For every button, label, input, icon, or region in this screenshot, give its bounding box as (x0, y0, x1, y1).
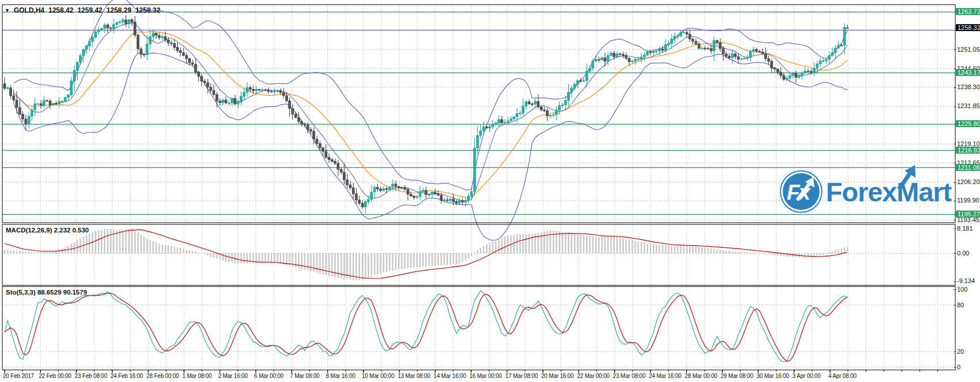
macd-axis-label: 0.00 (957, 250, 969, 257)
time-tick-label: 10 Mar 00:00 (362, 373, 395, 379)
level-price-label: 1225.80 (956, 120, 980, 127)
time-tick-label: 7 Mar 08:00 (290, 373, 319, 379)
time-tick-label: 30 Mar 16:00 (756, 373, 789, 379)
level-price-label: 1195.27 (956, 211, 980, 217)
time-tick-label: 24 Mar 16:00 (649, 373, 682, 379)
price-tick-label: 1231.85 (957, 102, 980, 109)
time-tick-label: 1 Mar 08:00 (182, 373, 212, 379)
axis-tick (954, 220, 956, 220)
axis-tick (954, 367, 956, 368)
time-tick-label: 23 Feb 08:00 (75, 373, 108, 379)
axis-tick (954, 253, 956, 254)
current-price-label: 1258.32 (956, 24, 980, 31)
level-price-label: 1263.73 (956, 8, 980, 15)
macd-indicator-label: MACD(12,26,9) 2.232 0.530 (6, 227, 89, 234)
time-tick-label: 22 Feb 00:00 (39, 373, 71, 379)
ohlc-low: 1258.29 (106, 6, 131, 14)
time-tick-label: 20 Feb 2017 (3, 373, 34, 379)
price-tick-label: 1206.20 (957, 178, 980, 185)
level-price-label: 1216.93 (956, 147, 980, 154)
axis-tick (954, 281, 956, 282)
time-tick-label: 6 Mar 00:00 (254, 373, 284, 379)
axis-tick (954, 144, 956, 144)
level-price-label: 1211.08 (956, 164, 980, 171)
macd-axis-label: 8.181 (957, 225, 973, 232)
time-tick-label: 28 Mar 00:00 (685, 373, 718, 379)
time-tick-label: 17 Mar 08:00 (506, 373, 538, 379)
time-tick-label: 16 Mar 00:00 (469, 373, 502, 379)
axis-tick (954, 49, 956, 50)
ohlc-close: 1258.32 (135, 6, 160, 14)
time-tick-label: 23 Mar 08:00 (613, 373, 646, 379)
chart-header: ▼ GOLD,H4 1258.42 1259.42 1258.29 1258.3… (5, 6, 160, 14)
stochastic-axis-label: 0 (957, 364, 960, 370)
forexmart-logo-circle-icon: Fx (780, 170, 822, 213)
price-tick-label: 1251.05 (957, 46, 980, 53)
stochastic-axis-label: 100 (957, 286, 967, 293)
time-tick-label: 14 Mar 16:00 (434, 373, 466, 379)
logo-m-arrow-icon (894, 164, 917, 194)
price-tick-label: 1199.90 (957, 197, 979, 204)
axis-tick (954, 201, 956, 201)
time-tick-label: 4 Apr 08:00 (828, 373, 856, 379)
price-tick-label: 1219.10 (957, 140, 980, 147)
time-tick-label: 13 Mar 08:00 (397, 373, 430, 379)
price-tick-label: 1238.30 (957, 83, 980, 90)
axis-tick (954, 182, 956, 183)
time-tick-label: 24 Feb 16:00 (110, 373, 143, 379)
stochastic-indicator-label: Sto(5,3,3) 88.6529 90.1579 (6, 289, 87, 296)
axis-tick (954, 106, 956, 107)
time-tick-label: 28 Feb 00:00 (147, 373, 179, 379)
symbol-timeframe: GOLD,H4 (14, 6, 44, 14)
time-tick-label: 22 Mar 00:00 (577, 373, 610, 379)
time-tick-label: 3 Apr 00:00 (793, 373, 821, 379)
forexmart-watermark: Fx ForexMart (780, 170, 951, 213)
logo-wordmark: ForexMart (826, 178, 951, 205)
axis-tick (954, 228, 956, 229)
time-tick-label: 29 Mar 08:00 (721, 373, 753, 379)
time-tick-label: 20 Mar 16:00 (541, 373, 574, 379)
time-tick-label: 8 Mar 16:00 (326, 373, 355, 379)
ohlc-high: 1259.42 (78, 6, 102, 14)
axis-tick (954, 87, 956, 88)
time-tick-label: 2 Mar 16:00 (218, 373, 247, 379)
trading-terminal-chart[interactable]: ▼ GOLD,H4 1258.42 1259.42 1258.29 1258.3… (0, 0, 980, 382)
stochastic-axis-label: 20 (957, 348, 964, 355)
logo-arrow-icon (780, 170, 822, 213)
level-price-label: 1243.17 (956, 69, 980, 76)
axis-tick (954, 352, 956, 352)
axis-tick (954, 289, 956, 290)
symbol-dropdown-icon[interactable]: ▼ (5, 7, 10, 13)
macd-axis-label: -9.134 (957, 277, 975, 284)
stochastic-axis-label: 80 (957, 301, 964, 308)
ohlc-open: 1258.42 (48, 6, 73, 14)
axis-tick (954, 305, 956, 305)
